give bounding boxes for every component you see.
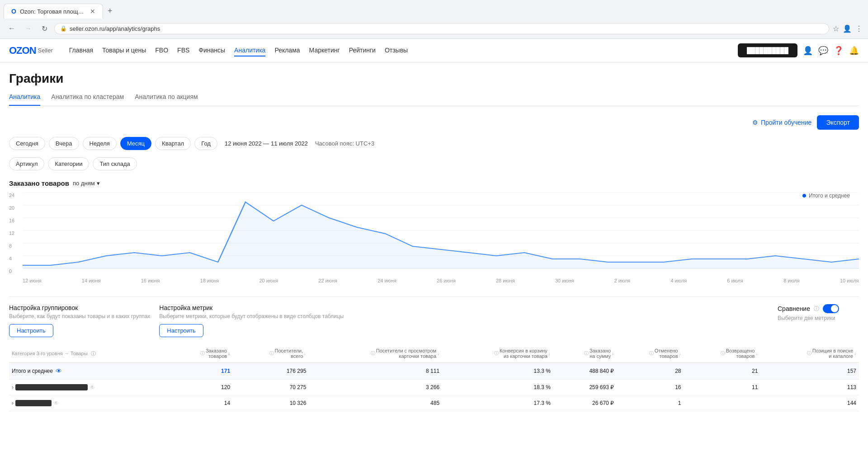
table-header-returned: ⓘ Возвращено товаров ↓ [684, 344, 760, 363]
browser-tab-active[interactable]: O Ozon: Торговая площадка ✕ [4, 4, 103, 19]
settings-icon[interactable]: 🔔 [849, 46, 859, 56]
col-info-icon-3[interactable]: ⓘ [371, 350, 375, 357]
back-button[interactable]: ← [5, 22, 18, 35]
period-button-месяц[interactable]: Месяц [120, 137, 151, 150]
sub-tab[interactable]: Аналитика по кластерам [51, 93, 124, 106]
col-info-icon-5[interactable]: ⓘ [584, 350, 589, 357]
tab-favicon: O [11, 8, 16, 15]
x-label-14june: 14 июня [82, 278, 101, 283]
nav-item-fbs[interactable]: FBS [177, 45, 189, 56]
row1-returned: 11 [684, 380, 760, 395]
browser-controls: ← → ↻ 🔒 seller.ozon.ru/app/analytics/gra… [0, 19, 868, 38]
x-axis-labels: 12 июня 14 июня 16 июня 18 июня 20 июня … [23, 276, 859, 283]
filter-tag-тип склада[interactable]: Тип склада [93, 157, 137, 170]
nav-item-главная[interactable]: Главная [69, 45, 93, 56]
help-icon[interactable]: ❓ [834, 46, 844, 56]
sub-tab[interactable]: Аналитика по акциям [135, 93, 198, 106]
nav-item-аналитика[interactable]: Аналитика [234, 45, 265, 56]
row1-card-visitors: 3 266 [309, 380, 442, 395]
header-icons: 👤 💬 ❓ 🔔 [803, 46, 859, 56]
col-info-icon-4[interactable]: ⓘ [494, 350, 499, 357]
row-expand-icon-1[interactable]: › [12, 384, 14, 390]
nav-item-fbo[interactable]: FBO [155, 45, 168, 56]
y-label-12: 12 [9, 230, 14, 236]
metrics-configure-button[interactable]: Настроить [159, 324, 203, 337]
sort-down-icon-8[interactable]: ↓ [854, 351, 856, 356]
sort-down-icon-4[interactable]: ↓ [548, 351, 551, 356]
y-label-16: 16 [9, 218, 14, 223]
chart-legend: Итого и среднее [802, 193, 850, 199]
forward-button[interactable]: → [22, 22, 34, 35]
info-icon[interactable]: ⓘ [91, 351, 96, 356]
eye-icon[interactable]: 👁 [56, 367, 62, 375]
tab-bar: O Ozon: Торговая площадка ✕ + [0, 0, 868, 19]
sub-tab[interactable]: Аналитика [9, 93, 40, 106]
sort-down-icon-3[interactable]: ↓ [437, 351, 439, 356]
filter-tag-артикул[interactable]: Артикул [9, 157, 44, 170]
lock-icon: 🔒 [60, 25, 67, 32]
sort-down-icon-5[interactable]: ↓ [612, 351, 614, 356]
y-label-24: 24 [9, 193, 14, 198]
row1-eye-icon[interactable]: 👁 [90, 384, 95, 390]
row1-name-bar [15, 384, 88, 390]
sort-down-icon-1[interactable]: ↓ [228, 351, 230, 356]
row2-ordered: 14 [170, 395, 233, 411]
tab-title: Ozon: Торговая площадка [20, 8, 85, 15]
export-button[interactable]: Экспорт [817, 115, 859, 130]
nav-item-маркетинг[interactable]: Маркетинг [309, 45, 340, 56]
row1-visitors: 70 275 [233, 380, 309, 395]
col-info-icon-6[interactable]: ⓘ [649, 350, 654, 357]
total-returned: 21 [684, 363, 760, 380]
period-button-неделя[interactable]: Неделя [83, 137, 117, 150]
total-cancelled: 28 [617, 363, 684, 380]
row2-order-sum: 26 670 ₽ [553, 395, 617, 411]
col-info-icon-2[interactable]: ⓘ [269, 350, 274, 357]
nav-item-товары-и-цены[interactable]: Товары и цены [102, 45, 146, 56]
legend-dot-icon [802, 194, 806, 197]
x-label-10july: 10 июля [840, 278, 859, 283]
refresh-button[interactable]: ↻ [38, 22, 51, 35]
address-bar[interactable]: 🔒 seller.ozon.ru/app/analytics/graphs [54, 23, 829, 34]
row1-order-sum: 259 693 ₽ [553, 380, 617, 395]
star-icon[interactable]: ☆ [833, 24, 839, 33]
chevron-down-icon: ▾ [97, 180, 100, 187]
filter-tag-категории[interactable]: Категории [48, 157, 89, 170]
filter-tags: АртикулКатегорииТип склада [9, 157, 859, 170]
y-label-8: 8 [9, 243, 12, 249]
menu-icon[interactable]: ⋮ [855, 24, 863, 33]
sort-down-icon-7[interactable]: ↓ [755, 351, 758, 356]
toggle-knob [831, 305, 838, 312]
tab-close-icon[interactable]: ✕ [90, 8, 95, 15]
table-header-position: ⓘ Позиция в поиске и каталоге ↓ [760, 344, 859, 363]
col-info-icon-7[interactable]: ⓘ [721, 350, 725, 357]
table-row: › 👁 14 10 326 485 17.3 % 26 670 ₽ 1 144 [9, 395, 859, 411]
row2-eye-icon[interactable]: 👁 [53, 400, 59, 406]
comparison-title: Сравнение [778, 305, 810, 312]
col-info-icon-1[interactable]: ⓘ [200, 350, 205, 357]
period-button-год[interactable]: Год [194, 137, 217, 150]
metrics-panel: Настройка метрик Выберите метрики, котор… [159, 304, 769, 337]
row2-name-bar [15, 400, 52, 406]
grouping-configure-button[interactable]: Настроить [9, 324, 53, 337]
store-button[interactable]: ██████████ [738, 43, 797, 57]
new-tab-button[interactable]: + [104, 5, 116, 18]
nav-item-финансы[interactable]: Финансы [198, 45, 225, 56]
user-icon[interactable]: 👤 [803, 46, 813, 56]
row-expand-icon-2[interactable]: › [12, 400, 14, 406]
period-button-вчера[interactable]: Вчера [49, 137, 79, 150]
sort-down-icon-2[interactable]: ↓ [304, 351, 306, 356]
period-button-сегодня[interactable]: Сегодня [9, 137, 45, 150]
period-button-квартал[interactable]: Квартал [155, 137, 191, 150]
training-button[interactable]: ⚙ Пройти обучение [752, 119, 812, 126]
row2-card-visitors: 485 [309, 395, 442, 411]
chat-icon[interactable]: 💬 [818, 46, 828, 56]
comparison-info-icon[interactable]: ⓘ [814, 305, 819, 313]
comparison-toggle[interactable] [823, 304, 839, 313]
chart-grouping-dropdown[interactable]: по дням ▾ [73, 180, 100, 187]
nav-item-реклама[interactable]: Реклама [274, 45, 300, 56]
sort-down-icon-6[interactable]: ↓ [679, 351, 681, 356]
nav-item-отзывы[interactable]: Отзывы [385, 45, 408, 56]
col-info-icon-8[interactable]: ⓘ [807, 350, 811, 357]
profile-icon[interactable]: 👤 [843, 24, 852, 33]
nav-item-рейтинги[interactable]: Рейтинги [349, 45, 376, 56]
